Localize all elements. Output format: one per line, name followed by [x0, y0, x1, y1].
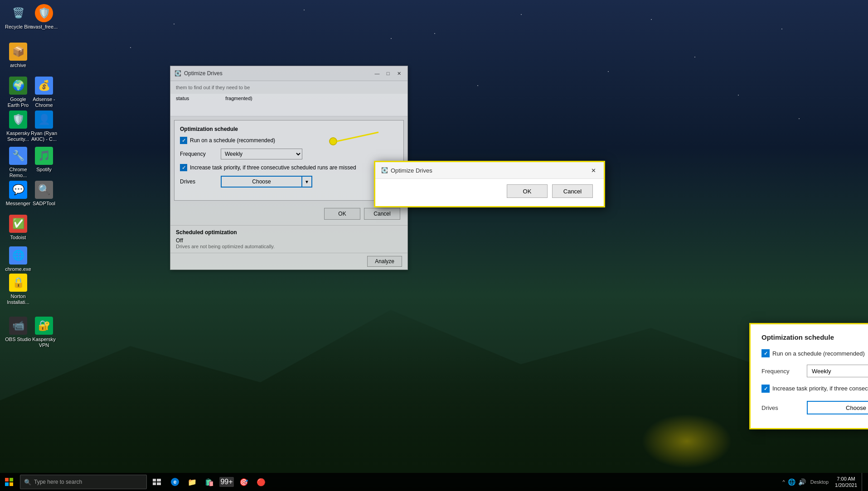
- app3-icon: 🔴: [257, 478, 266, 486]
- bg-dialog-minimize-button[interactable]: —: [372, 69, 382, 78]
- main-schedule-label: Run on a schedule (recommended): [772, 350, 865, 357]
- obs-icon: 📹: [9, 317, 27, 335]
- main-priority-checkbox[interactable]: [761, 385, 770, 393]
- avast-label: avast_free...: [30, 24, 58, 30]
- show-hidden-icons-button[interactable]: ^: [783, 479, 785, 485]
- main-drives-row: Drives Choose ▼: [761, 401, 868, 414]
- bg-optimize-drives-dialog: 💽 Optimize Drives — □ ✕ them to find out…: [170, 66, 408, 270]
- app2-icon: 🎯: [239, 478, 248, 486]
- spotify-label: Spotify: [36, 167, 52, 173]
- desktop-icon-norton[interactable]: 🔒 Norton Installati...: [2, 272, 34, 307]
- desktop-icon-adsense[interactable]: 💰 Adsense - Chrome: [28, 75, 60, 110]
- bg-status-off: Off: [176, 237, 402, 244]
- volume-icon[interactable]: 🔊: [798, 478, 806, 486]
- svg-rect-2: [5, 478, 9, 481]
- desktop-icon-sadp[interactable]: 🔍 SADPTool: [28, 179, 60, 208]
- bg-dialog-close-button[interactable]: ✕: [394, 69, 404, 78]
- file-explorer-icon: 📁: [188, 478, 197, 486]
- svg-point-0: [330, 138, 337, 145]
- bg-scheduled-title: Scheduled optimization: [176, 229, 402, 236]
- taskbar-search-box[interactable]: 🔍 Type here to search: [20, 475, 147, 489]
- taskbar-pinned-items: e 📁 🛍️ 99+ 🎯 🔴: [167, 473, 269, 491]
- spotify-icon: 🎵: [35, 147, 53, 165]
- main-schedule-checkbox[interactable]: [761, 349, 770, 357]
- bg-schedule-checkbox[interactable]: [180, 137, 187, 144]
- main-optimize-drives-dialog: 💽 Optimize Drives ✕ Optimization schedul…: [374, 161, 605, 207]
- svg-rect-4: [5, 482, 9, 486]
- taskbar-store-button[interactable]: 🛍️: [201, 473, 218, 491]
- start-button[interactable]: [0, 473, 18, 491]
- bg-dialog-footer: OK Cancel: [170, 204, 407, 225]
- messenger-icon: 💬: [9, 181, 27, 199]
- main-drives-label: Drives: [761, 404, 802, 411]
- recycle-bin-label: Recycle Bin: [5, 24, 31, 30]
- desktop-icon-kaspersky-vpn[interactable]: 🔐 Kaspersky VPN: [28, 315, 60, 350]
- chrome-exe-icon: 🌐: [9, 246, 27, 265]
- bg-drives-label: Drives: [180, 178, 216, 185]
- taskbar-edge-button[interactable]: e: [167, 473, 183, 491]
- bg-dialog-icon: 💽: [174, 70, 181, 77]
- taskbar-search-placeholder: Type here to search: [34, 479, 82, 485]
- taskbar: 🔍 Type here to search e 📁: [0, 473, 868, 491]
- svg-line-1: [337, 132, 378, 141]
- svg-rect-5: [10, 482, 13, 486]
- desktop-icon-archive[interactable]: 📦 archive: [2, 41, 34, 70]
- task-view-icon: [153, 479, 161, 485]
- desktop-icon-todoist[interactable]: ✅ Todoist: [2, 213, 34, 242]
- taskbar-app1-button[interactable]: 99+: [218, 473, 235, 491]
- main-cancel-button[interactable]: Cancel: [552, 184, 593, 198]
- main-optimization-schedule-title: Optimization schedule: [761, 333, 868, 341]
- desktop-icon-avast[interactable]: 🛡️ avast_free...: [28, 2, 60, 32]
- main-frequency-row: Frequency Weekly: [761, 365, 868, 377]
- taskbar-app3-button[interactable]: 🔴: [253, 473, 269, 491]
- bg-analyze-button[interactable]: Analyze: [367, 256, 402, 267]
- desktop-icon-chrome-exe[interactable]: 🌐 chrome.exe: [2, 245, 34, 274]
- task-view-button[interactable]: [149, 473, 165, 491]
- main-ok-button[interactable]: OK: [507, 184, 548, 198]
- svg-rect-7: [157, 479, 161, 481]
- bg-dialog-title: Optimize Drives: [184, 70, 223, 77]
- bg-ok-button[interactable]: OK: [324, 208, 360, 220]
- bg-choose-arrow[interactable]: ▼: [302, 176, 312, 188]
- ryan-label: Ryan (Ryan AKIC) - C...: [30, 130, 58, 142]
- desktop-icon-spotify[interactable]: 🎵 Spotify: [28, 145, 60, 174]
- app1-icon: 99+: [219, 477, 233, 487]
- tray-icons-area: ^ 🌐 🔊: [779, 478, 810, 486]
- system-clock[interactable]: 7:00 AM 1/20/2021: [831, 476, 861, 489]
- main-priority-label: Increase task priority, if three consecu…: [772, 385, 868, 393]
- main-dialog-icon: 💽: [381, 167, 388, 174]
- svg-rect-8: [153, 482, 156, 485]
- main-choose-button[interactable]: Choose: [807, 401, 868, 414]
- kaspersky-icon: 🛡️: [9, 111, 27, 129]
- todoist-icon: ✅: [9, 215, 27, 233]
- network-icon[interactable]: 🌐: [788, 478, 795, 486]
- svg-text:e: e: [174, 479, 177, 485]
- bg-status-desc: Drives are not being optimized automatic…: [176, 244, 402, 249]
- sadp-label: SADPTool: [33, 201, 55, 207]
- edge-icon: e: [170, 477, 179, 486]
- taskbar-app2-button[interactable]: 🎯: [236, 473, 252, 491]
- norton-label: Norton Installati...: [4, 294, 32, 305]
- taskbar-file-explorer-button[interactable]: 📁: [184, 473, 200, 491]
- main-dialog-titlebar: 💽 Optimize Drives ✕: [375, 162, 604, 179]
- desktop-icon-ryan[interactable]: 👤 Ryan (Ryan AKIC) - C...: [28, 109, 60, 144]
- todoist-label: Todoist: [10, 235, 26, 241]
- bg-dialog-maximize-button[interactable]: □: [383, 69, 393, 78]
- main-choose-wrapper: Choose ▼: [807, 401, 868, 414]
- bg-choose-button[interactable]: Choose: [221, 176, 302, 188]
- bg-cancel-button[interactable]: Cancel: [364, 208, 400, 220]
- bg-frequency-select[interactable]: Weekly: [221, 149, 302, 159]
- main-dialog-close-button[interactable]: ✕: [588, 166, 598, 175]
- svg-rect-6: [153, 479, 156, 481]
- clock-time: 7:00 AM: [837, 476, 855, 482]
- show-desktop-button[interactable]: [862, 473, 864, 491]
- bg-titlebar-controls: — □ ✕: [372, 69, 404, 78]
- main-frequency-label: Frequency: [761, 368, 802, 375]
- windows-logo-icon: [5, 478, 13, 486]
- main-frequency-select[interactable]: Weekly: [807, 365, 868, 377]
- main-priority-row: Increase task priority, if three consecu…: [761, 385, 868, 393]
- bg-status-col: status: [176, 96, 189, 101]
- bg-priority-checkbox[interactable]: [180, 164, 187, 171]
- recycle-bin-icon: 🗑️: [9, 4, 27, 22]
- adsense-icon: 💰: [35, 77, 53, 95]
